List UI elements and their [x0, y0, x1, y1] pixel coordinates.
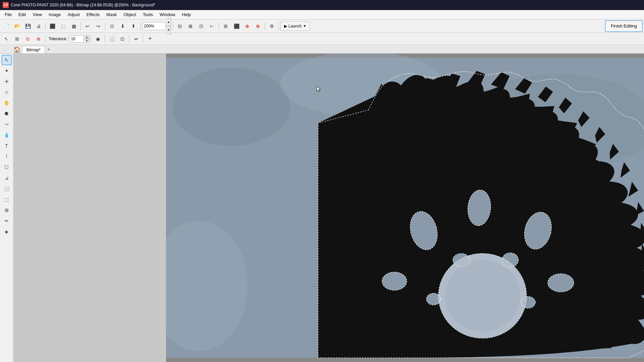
tool-magic-wand[interactable]: ✦ — [2, 66, 12, 76]
sep-sel3 — [105, 35, 105, 43]
menu-view[interactable]: View — [29, 11, 45, 18]
menu-help[interactable]: Help — [178, 11, 194, 18]
app-title: Corel PHOTO-PAINT 2020 (64-Bit) - Bitmap… — [11, 3, 155, 7]
tolerance-spinner: ▲ ▼ — [85, 35, 89, 43]
menu-file[interactable]: File — [1, 11, 15, 18]
launch-label: Launch — [288, 24, 302, 28]
menu-effects[interactable]: Effects — [83, 11, 103, 18]
new-file-btn[interactable]: 📄 — [1, 21, 11, 31]
sel-rect-btn[interactable]: ⬜ — [107, 34, 117, 44]
add-tab-btn[interactable]: + — [45, 46, 52, 53]
sep6 — [219, 22, 219, 30]
canvas-empty-area — [13, 54, 166, 362]
tool-text[interactable]: T — [2, 141, 12, 151]
tool-hand[interactable]: ✋ — [2, 98, 12, 108]
sel-remove-btn[interactable]: ⊙ — [23, 34, 33, 44]
add-sel-btn[interactable]: + — [145, 34, 155, 44]
main-toolbar: 📄 📂 💾 🖨 ⬛ ⬚ ▦ ↩ ↪ ⊡ ⬇ ⬆ ▲ ▼ ⊟ ⊠ ⊡ ⊢ ⊞ ⬛ … — [0, 19, 644, 33]
zoom-down-arrow[interactable]: ▼ — [166, 26, 171, 34]
snap-btn[interactable]: ⊟ — [175, 21, 185, 31]
export-btn[interactable]: ⬚ — [58, 21, 68, 31]
tool-crop[interactable]: ⬜ — [2, 184, 12, 194]
mask-select-btn[interactable]: ⬛ — [231, 21, 241, 31]
fit-page-btn[interactable]: ⊡ — [107, 21, 117, 31]
tool-object[interactable]: ⚉ — [2, 109, 12, 119]
tolerance-input[interactable] — [69, 35, 84, 43]
import-btn[interactable]: ⬛ — [47, 21, 57, 31]
menu-edit[interactable]: Edit — [15, 11, 29, 18]
zoom-input[interactable] — [142, 22, 166, 30]
tool-move[interactable]: ✛ — [2, 76, 12, 86]
sel-xor-btn[interactable]: ⊚ — [34, 34, 44, 44]
tool-fill[interactable]: ⬚ — [2, 194, 12, 204]
tool-select[interactable]: ↖ — [2, 55, 12, 65]
sep-sel1 — [45, 35, 46, 43]
mask-create-btn[interactable]: ⊗ — [253, 21, 263, 31]
sep8 — [278, 22, 279, 30]
menu-adjust[interactable]: Adjust — [64, 11, 83, 18]
sel-add-btn[interactable]: ⊞ — [12, 34, 22, 44]
mask-transform-btn[interactable]: ⊞ — [221, 21, 231, 31]
tool-pencil[interactable]: ✏ — [2, 216, 12, 226]
launch-icon: ▶ — [284, 24, 287, 28]
launch-arrow: ▼ — [303, 24, 306, 28]
bitmap-tab[interactable]: Bitmap* — [22, 46, 45, 53]
sep4 — [140, 22, 141, 30]
tolerance-down[interactable]: ▼ — [85, 39, 89, 43]
sep2 — [80, 22, 81, 30]
gear-svg: .sel-dash { stroke: #fff; stroke-width: … — [166, 54, 644, 362]
tolerance-label: Tolerance: — [49, 37, 67, 41]
menu-window[interactable]: Window — [156, 11, 178, 18]
menu-object[interactable]: Object — [120, 11, 140, 18]
mask-paint-btn[interactable]: ⊕ — [242, 21, 252, 31]
settings-btn[interactable]: ⚙ — [267, 21, 277, 31]
app-icon: CP — [3, 2, 9, 8]
tool-eyedropper[interactable]: 💧 — [2, 130, 12, 140]
tool-path[interactable]: ⤳ — [2, 119, 12, 129]
undo-btn[interactable]: ↩ — [83, 21, 93, 31]
sep3 — [105, 22, 105, 30]
tool-paint[interactable]: ⊺ — [2, 152, 12, 162]
center-hole-inner — [445, 260, 520, 332]
main-content: ↖ ✦ ✛ ⊹ ✋ ⚉ ⤳ 💧 T ⊺ ☐ ⊿ ⬜ ⬚ ⊞ ✏ ◈ — [0, 54, 644, 362]
tool-transform[interactable]: ⊹ — [2, 87, 12, 97]
crop-perspective-btn[interactable]: ⊡ — [196, 21, 206, 31]
sel-normal-btn[interactable]: ↖ — [1, 34, 11, 44]
svg-point-2 — [172, 68, 290, 146]
selection-toolbar: ↖ ⊞ ⊙ ⊚ Tolerance: ▲ ▼ ◉ ⬜ ⊡ ⇌ + — [0, 33, 644, 45]
tab-label: Bitmap* — [26, 48, 41, 52]
home-icon[interactable]: 🏠 — [13, 46, 21, 53]
zoom-in-btn[interactable]: ⬇ — [118, 21, 128, 31]
tool-erase[interactable]: ◈ — [2, 227, 12, 237]
tool-rectangle[interactable]: ☐ — [2, 162, 12, 172]
menu-mask[interactable]: Mask — [103, 11, 120, 18]
title-bar: CP Corel PHOTO-PAINT 2020 (64-Bit) - Bit… — [0, 0, 644, 10]
publish-btn[interactable]: ▦ — [69, 21, 79, 31]
feather-btn[interactable]: ◉ — [93, 34, 103, 44]
print-btn[interactable]: 🖨 — [34, 21, 44, 31]
menu-image[interactable]: Image — [45, 11, 64, 18]
menu-tools[interactable]: Tools — [140, 11, 156, 18]
finish-editing-button[interactable]: Finish Editing — [605, 20, 643, 32]
tool-checker[interactable]: ⊞ — [2, 205, 12, 215]
sep1 — [45, 22, 46, 30]
sel-round-btn[interactable]: ⊡ — [117, 34, 127, 44]
transform-tools-btn[interactable]: ⊠ — [185, 21, 196, 31]
tool-stamp[interactable]: ⊿ — [2, 173, 12, 183]
sep-sel2 — [91, 35, 91, 43]
canvas-area: .sel-dash { stroke: #fff; stroke-width: … — [13, 54, 644, 362]
sel-hor-btn[interactable]: ⇌ — [131, 34, 141, 44]
tab-bar: 🏠 Bitmap* + — [0, 45, 644, 54]
redo-btn[interactable]: ↪ — [93, 21, 103, 31]
zoom-up-arrow[interactable]: ▲ — [166, 18, 171, 26]
zoom-out-btn[interactable]: ⬆ — [128, 21, 139, 31]
toolbox: ↖ ✦ ✛ ⊹ ✋ ⚉ ⤳ 💧 T ⊺ ☐ ⊿ ⬜ ⬚ ⊞ ✏ ◈ — [0, 54, 13, 362]
tolerance-up[interactable]: ▲ — [85, 35, 89, 39]
sep5 — [173, 22, 173, 30]
launch-btn[interactable]: ▶ Launch ▼ — [280, 21, 310, 31]
sep7 — [265, 22, 265, 30]
ruler-btn[interactable]: ⊢ — [207, 21, 217, 31]
save-btn[interactable]: 💾 — [23, 21, 33, 31]
open-file-btn[interactable]: 📂 — [12, 21, 22, 31]
sep-sel5 — [143, 35, 143, 43]
